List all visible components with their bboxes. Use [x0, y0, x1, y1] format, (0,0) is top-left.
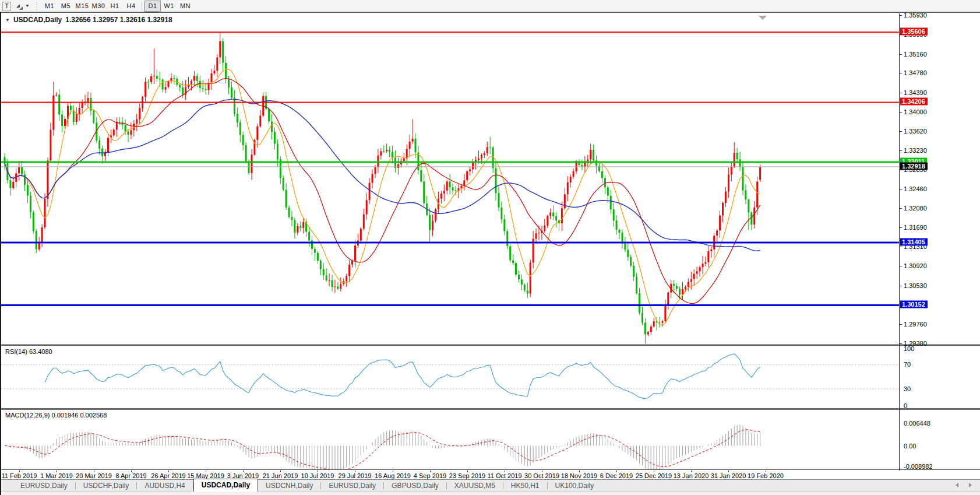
timeframe-button-m30[interactable]: M30	[90, 1, 107, 12]
rsi-axis-label: 100	[904, 345, 914, 352]
price-tick	[900, 286, 902, 286]
date-label: 8 Apr 2019	[115, 472, 146, 479]
macd-panel-border-bottom	[1, 469, 980, 470]
date-label: 18 Nov 2019	[561, 472, 597, 479]
date-label: 13 Jan 2020	[674, 472, 709, 479]
date-label: 30 Oct 2019	[524, 472, 559, 479]
chevron-down-icon	[26, 5, 29, 7]
date-label: 4 Sep 2019	[414, 472, 446, 479]
price-tick-label: 1.33230	[904, 147, 927, 154]
rsi-panel-border-bottom	[1, 408, 980, 409]
rsi-axis[interactable]: 10070300	[899, 345, 980, 408]
price-tick-label: 1.31690	[904, 224, 927, 231]
toolbar: T M1M5M15M30H1H4D1W1MN	[0, 0, 980, 12]
date-label: 10 Jul 2019	[301, 472, 334, 479]
chart-tab-audusd-h4[interactable]: AUDUSD,H4	[137, 480, 192, 492]
price-tick-label: 1.33620	[904, 128, 927, 135]
price-tick-label: 1.34780	[904, 69, 927, 76]
macd-axis-label: -0.008982	[904, 463, 933, 470]
price-tick	[900, 15, 902, 16]
chart-tab-usdcnh-daily[interactable]: USDCNH,Daily	[258, 480, 320, 492]
timeframe-button-mn[interactable]: MN	[177, 1, 193, 12]
timeframe-group: M1M5M15M30H1H4D1W1MN	[41, 1, 193, 12]
date-label: 31 Jan 2020	[711, 472, 746, 479]
price-tick	[900, 73, 902, 73]
chart-title: ▼ USDCAD,Daily 1.32656 1.32957 1.32616 1…	[5, 16, 172, 24]
chart-tab-eurusd-daily[interactable]: EURUSD,Daily	[13, 480, 75, 492]
price-tick	[900, 266, 902, 266]
date-label: 21 Jun 2019	[263, 472, 298, 479]
macd-label: MACD(12,26,9) 0.001946 0.002568	[5, 412, 107, 419]
timeframe-button-m15[interactable]: M15	[74, 1, 90, 12]
price-tick	[900, 150, 902, 151]
scroll-tabs-left-icon[interactable]	[956, 483, 958, 487]
date-label: 16 Aug 2019	[375, 472, 411, 479]
macd-axis[interactable]: 0.0064480.00-0.008982	[899, 409, 980, 470]
timeframe-button-m1[interactable]: M1	[41, 1, 58, 12]
resistance-line-price-label: 1.34206	[900, 98, 928, 106]
price-panel-border-bottom	[1, 344, 980, 345]
date-label: 1 Mar 2019	[40, 472, 73, 479]
price-tick	[900, 189, 902, 189]
chart-tab-uk100-daily[interactable]: UK100,Daily	[548, 480, 602, 492]
price-tick-label: 1.32080	[904, 205, 927, 212]
chart-tab-hk50-h1[interactable]: HK50,H1	[503, 480, 547, 492]
current-price-price-label: 1.32918	[900, 163, 928, 170]
price-tick-label: 1.29760	[904, 321, 927, 328]
chart-tab-usdchf-daily[interactable]: USDCHF,Daily	[76, 480, 137, 492]
date-axis[interactable]: 11 Feb 20191 Mar 201920 Mar 20198 Apr 20…	[1, 471, 980, 479]
price-tick	[900, 54, 902, 55]
timeframe-button-w1[interactable]: W1	[161, 1, 177, 12]
collapse-icon[interactable]: ▼	[5, 17, 10, 23]
date-label: 11 Feb 2019	[2, 472, 37, 479]
price-tick	[900, 208, 902, 209]
chart-ohlc-values: 1.32656 1.32957 1.32616 1.32918	[65, 16, 172, 24]
chart-tab-xauusd-m5[interactable]: XAUUSD,M5	[447, 480, 503, 492]
date-label: 29 Jul 2019	[339, 472, 372, 479]
date-label: 26 Apr 2019	[151, 472, 185, 479]
date-label: 6 Dec 2019	[600, 472, 633, 479]
price-tick-label: 1.35930	[904, 12, 927, 19]
chart-tab-gbpusd-daily[interactable]: GBPUSD,Daily	[384, 480, 446, 492]
price-axis[interactable]: 1.359301.355501.351601.347801.343901.340…	[899, 12, 980, 345]
rsi-label: RSI(14) 63.4080	[5, 348, 52, 355]
timeframe-button-h1[interactable]: H1	[107, 1, 123, 12]
chart-tab-bar: EURUSD,DailyUSDCHF,DailyAUDUSD,H4USDCAD,…	[1, 479, 980, 491]
rsi-plot[interactable]	[1, 346, 899, 408]
cursor-arrows-icon	[16, 2, 23, 9]
mt4-terminal: T M1M5M15M30H1H4D1W1MN ▼ USDCAD	[0, 0, 980, 495]
chart-tab-usdcad-daily[interactable]: USDCAD,Daily	[193, 479, 258, 492]
chart-symbol: USDCAD,Daily	[13, 16, 62, 24]
macd-axis-label: 0.00	[904, 443, 916, 450]
scroll-tabs-right-icon[interactable]	[969, 483, 972, 487]
toolbar-grip	[36, 2, 38, 10]
price-tick-label: 1.32460	[904, 185, 927, 192]
timeframe-button-h4[interactable]: H4	[123, 1, 139, 12]
price-tick	[900, 93, 902, 93]
cursor-style-tool-button[interactable]	[14, 1, 31, 11]
chart-shift-marker	[759, 16, 767, 20]
price-tick	[900, 247, 902, 247]
resistance-line-price-label: 1.35606	[900, 28, 928, 36]
rsi-axis-label: 30	[904, 385, 911, 392]
text-label-tool-button[interactable]: T	[1, 1, 13, 11]
date-label: 20 Mar 2019	[76, 472, 112, 479]
timeframe-button-m5[interactable]: M5	[58, 1, 74, 12]
toolbar-separator	[142, 2, 142, 10]
rsi-axis-label: 70	[904, 361, 911, 368]
date-label: 25 Dec 2019	[636, 472, 672, 479]
price-tick-label: 1.34000	[904, 108, 927, 115]
date-label: 23 Sep 2019	[449, 472, 485, 479]
rsi-axis-label: 0	[904, 402, 907, 409]
price-tick-label: 1.30920	[904, 262, 927, 269]
macd-plot[interactable]	[1, 410, 899, 469]
chart-window: ▼ USDCAD,Daily 1.32656 1.32957 1.32616 1…	[0, 12, 980, 495]
timeframe-button-d1[interactable]: D1	[144, 1, 161, 12]
price-chart-plot[interactable]	[1, 13, 899, 344]
price-tick	[900, 131, 902, 132]
support-line-price-label: 1.31405	[900, 238, 928, 246]
support-line-price-label: 1.30152	[900, 301, 928, 308]
chart-tab-eurusd-daily[interactable]: EURUSD,Daily	[321, 480, 383, 492]
text-label-icon: T	[2, 2, 11, 10]
price-tick-label: 1.30530	[904, 282, 927, 289]
